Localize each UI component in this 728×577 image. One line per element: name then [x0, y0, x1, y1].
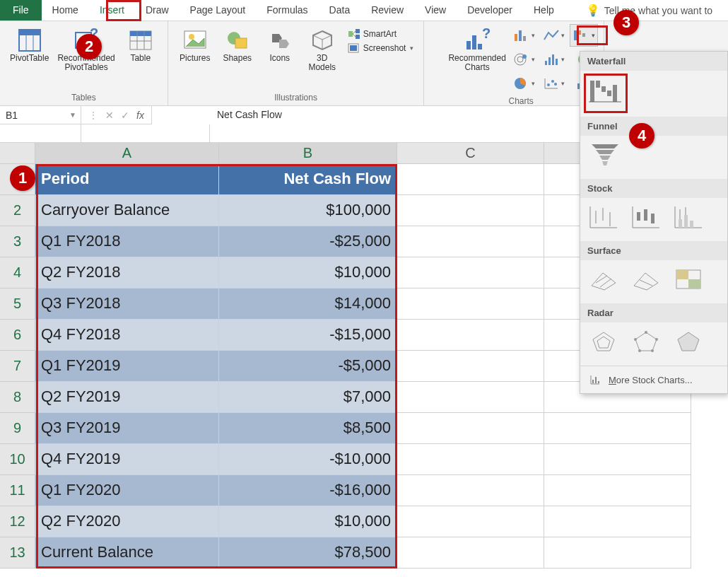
row-header[interactable]: 8	[0, 382, 35, 413]
cell[interactable]	[544, 475, 691, 506]
stock-chart-option-3[interactable]	[674, 205, 703, 231]
insert-column-chart-button[interactable]: ▾	[510, 24, 539, 47]
cell[interactable]: $100,000	[219, 195, 397, 226]
tab-developer[interactable]: Developer	[457, 0, 523, 21]
smartart-button[interactable]: SmartArt	[344, 28, 418, 40]
name-box[interactable]: B1 ▼	[0, 106, 81, 124]
cell[interactable]	[544, 413, 691, 444]
cell[interactable]	[397, 351, 544, 382]
pictures-button[interactable]: Pictures	[174, 24, 216, 66]
radar-chart-option-1[interactable]	[589, 330, 618, 356]
row-header[interactable]: 2	[0, 195, 35, 226]
cell[interactable]: $10,000	[219, 506, 397, 537]
fx-icon[interactable]: fx	[136, 110, 144, 121]
cell[interactable]: Q2 FY2018	[35, 257, 219, 288]
cell[interactable]: Q3 FY2019	[35, 413, 219, 444]
funnel-chart-option[interactable]	[589, 143, 621, 169]
insert-line-chart-button[interactable]: ▾	[540, 24, 568, 47]
tab-data[interactable]: Data	[319, 0, 361, 21]
tab-file[interactable]: File	[0, 0, 42, 21]
cell[interactable]: Period	[35, 164, 219, 195]
cell[interactable]	[397, 226, 544, 257]
cell[interactable]: $7,000	[219, 382, 397, 413]
row-header[interactable]: 6	[0, 320, 35, 351]
pivottable-button[interactable]: PivotTable	[6, 24, 53, 66]
row-header[interactable]: 4	[0, 257, 35, 288]
cell[interactable]	[397, 257, 544, 288]
cell[interactable]: Q1 FY2018	[35, 226, 219, 257]
row-header[interactable]: 11	[0, 475, 35, 506]
formula-cancel-icon[interactable]: ✕	[105, 110, 114, 121]
cell[interactable]: $8,500	[219, 413, 397, 444]
tab-page-layout[interactable]: Page Layout	[180, 0, 257, 21]
cell[interactable]: Q2 FY2019	[35, 382, 219, 413]
radar-chart-option-3[interactable]	[674, 330, 703, 356]
3d-models-button[interactable]: 3D Models	[301, 24, 344, 75]
col-header-c[interactable]: C	[397, 143, 544, 163]
cell[interactable]	[397, 475, 544, 506]
tab-draw[interactable]: Draw	[135, 0, 180, 21]
surface-chart-option-3[interactable]	[674, 267, 703, 293]
radar-chart-option-2[interactable]	[631, 330, 661, 356]
cell[interactable]: -$5,000	[219, 351, 397, 382]
row-header[interactable]: 7	[0, 351, 35, 382]
row-header[interactable]: 3	[0, 226, 35, 257]
cell[interactable]: $14,000	[219, 288, 397, 320]
row-header[interactable]: 10	[0, 444, 35, 475]
cell[interactable]	[397, 413, 544, 444]
cell[interactable]: Q1 FY2019	[35, 351, 219, 382]
tab-formulas[interactable]: Formulas	[256, 0, 318, 21]
cell[interactable]	[544, 537, 691, 569]
cell[interactable]	[397, 195, 544, 226]
row-header[interactable]: 12	[0, 506, 35, 537]
more-stock-charts-link[interactable]: More Stock Charts...	[580, 366, 727, 393]
cell[interactable]	[397, 288, 544, 320]
stock-chart-option-1[interactable]	[589, 205, 618, 231]
stock-chart-option-2[interactable]	[631, 205, 661, 231]
cell[interactable]: Carryover Balance	[35, 195, 219, 226]
tab-insert[interactable]: Insert	[89, 0, 135, 21]
insert-scatter-chart-button[interactable]: ▾	[540, 72, 568, 95]
waterfall-chart-option[interactable]	[589, 78, 621, 107]
table-button[interactable]: Table	[119, 24, 162, 66]
cell[interactable]: -$15,000	[219, 320, 397, 351]
surface-chart-option-1[interactable]	[589, 267, 618, 293]
cell[interactable]	[544, 506, 691, 537]
cell[interactable]	[397, 506, 544, 537]
cell[interactable]: $10,000	[219, 257, 397, 288]
cell[interactable]: Q4 FY2019	[35, 444, 219, 475]
cell[interactable]: Q3 FY2018	[35, 288, 219, 320]
cell[interactable]: -$16,000	[219, 475, 397, 506]
row-header[interactable]: 5	[0, 288, 35, 320]
cell[interactable]	[397, 537, 544, 569]
tell-me-search[interactable]: 💡 Tell me what you want to	[586, 0, 712, 21]
insert-statistic-chart-button[interactable]: ▾	[540, 48, 568, 71]
cell[interactable]	[544, 444, 691, 475]
cell[interactable]: Q1 FY2020	[35, 475, 219, 506]
shapes-button[interactable]: Shapes	[216, 24, 259, 66]
cell[interactable]: -$25,000	[219, 226, 397, 257]
recommended-charts-button[interactable]: ? Recommended Charts	[444, 24, 510, 75]
insert-hierarchy-chart-button[interactable]: ▾	[510, 48, 539, 71]
surface-chart-option-2[interactable]	[631, 267, 661, 293]
insert-pie-chart-button[interactable]: ▾	[510, 72, 539, 95]
select-all-triangle[interactable]	[0, 143, 35, 163]
formula-insert-icon[interactable]: ⋮	[88, 110, 98, 121]
cell[interactable]: Current Balance	[35, 537, 219, 569]
tab-view[interactable]: View	[414, 0, 457, 21]
row-header[interactable]: 9	[0, 413, 35, 444]
cell[interactable]: -$10,000	[219, 444, 397, 475]
formula-enter-icon[interactable]: ✓	[121, 110, 129, 121]
chevron-down-icon[interactable]: ▼	[69, 111, 76, 119]
row-header[interactable]: 13	[0, 537, 35, 569]
cell[interactable]: Net Cash Flow	[219, 164, 397, 195]
insert-waterfall-chart-button[interactable]	[570, 24, 598, 47]
cell[interactable]: $78,500	[219, 537, 397, 569]
screenshot-button[interactable]: Screenshot▾	[344, 42, 418, 54]
col-header-a[interactable]: A	[35, 143, 219, 163]
col-header-b[interactable]: B	[219, 143, 397, 163]
cell[interactable]: Q4 FY2018	[35, 320, 219, 351]
tab-help[interactable]: Help	[523, 0, 565, 21]
cell[interactable]	[397, 164, 544, 195]
cell[interactable]	[397, 382, 544, 413]
